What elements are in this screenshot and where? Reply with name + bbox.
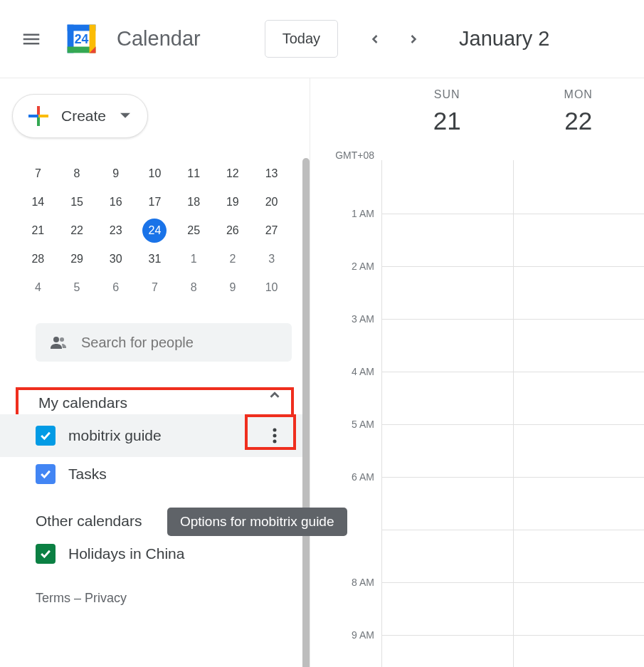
other-calendars-title: Other calendars bbox=[36, 513, 142, 530]
mini-cal-day[interactable]: 22 bbox=[58, 216, 97, 245]
calendar-item[interactable]: Tasks bbox=[0, 457, 310, 491]
mini-cal-day[interactable]: 17 bbox=[135, 188, 174, 216]
create-label: Create bbox=[61, 107, 106, 125]
mini-cal-day[interactable]: 26 bbox=[213, 216, 253, 245]
date-range-label: January 2 bbox=[459, 27, 549, 51]
mini-cal-day[interactable]: 29 bbox=[58, 245, 97, 273]
mini-cal-day[interactable]: 12 bbox=[213, 159, 253, 188]
search-people-input[interactable] bbox=[81, 335, 279, 351]
mini-cal-day[interactable]: 8 bbox=[174, 273, 213, 302]
calendar-checkbox[interactable] bbox=[36, 464, 56, 484]
mini-cal-day[interactable]: 13 bbox=[252, 159, 291, 188]
people-icon bbox=[48, 334, 68, 351]
time-slot[interactable] bbox=[381, 478, 513, 530]
app-title: Calendar bbox=[117, 27, 201, 51]
time-slot[interactable] bbox=[513, 478, 645, 530]
mini-cal-day[interactable]: 28 bbox=[19, 245, 58, 273]
hour-label: 5 AM bbox=[310, 419, 381, 471]
mini-cal-day[interactable]: 31 bbox=[135, 245, 174, 273]
time-slot[interactable] bbox=[381, 214, 513, 266]
calendar-item[interactable]: Holidays in China bbox=[0, 537, 310, 571]
calendar-logo-icon: 24 bbox=[63, 20, 100, 58]
mini-cal-day[interactable]: 1 bbox=[174, 245, 213, 273]
mini-cal-day[interactable]: 14 bbox=[19, 188, 58, 216]
three-dots-vertical-icon bbox=[273, 428, 277, 443]
calendar-checkbox[interactable] bbox=[36, 426, 56, 446]
options-tooltip: Options for mobitrix guide bbox=[167, 508, 347, 536]
time-slot[interactable] bbox=[513, 636, 645, 667]
hour-label: 8 AM bbox=[310, 577, 381, 629]
time-slot[interactable] bbox=[513, 372, 645, 424]
sidebar-scrollbar[interactable] bbox=[302, 158, 310, 667]
privacy-link[interactable]: Privacy bbox=[85, 591, 127, 605]
prev-period-button[interactable] bbox=[358, 22, 392, 56]
calendar-item[interactable]: mobitrix guide bbox=[0, 414, 310, 457]
time-slot[interactable] bbox=[381, 425, 513, 477]
svg-rect-10 bbox=[38, 115, 48, 117]
time-slot[interactable] bbox=[513, 583, 645, 635]
calendar-options-button[interactable] bbox=[257, 421, 292, 450]
svg-point-11 bbox=[53, 337, 59, 342]
mini-calendar: 7891011121314151617181920212223242526272… bbox=[0, 159, 310, 302]
calendar-label: Holidays in China bbox=[68, 545, 184, 562]
mini-cal-day[interactable]: 21 bbox=[19, 216, 58, 245]
search-people[interactable] bbox=[36, 323, 292, 362]
mini-cal-day[interactable]: 27 bbox=[252, 216, 291, 245]
svg-rect-7 bbox=[37, 106, 40, 116]
create-button[interactable]: Create bbox=[12, 94, 148, 138]
mini-cal-day[interactable]: 9 bbox=[213, 273, 253, 302]
time-slot[interactable] bbox=[381, 320, 513, 372]
time-slot[interactable] bbox=[513, 320, 645, 372]
mini-cal-day[interactable]: 8 bbox=[58, 159, 97, 188]
calendar-checkbox[interactable] bbox=[36, 544, 56, 564]
mini-cal-day[interactable]: 20 bbox=[252, 188, 291, 216]
mini-cal-day[interactable]: 9 bbox=[96, 159, 135, 188]
mini-cal-day[interactable]: 6 bbox=[96, 273, 135, 302]
svg-point-15 bbox=[273, 440, 277, 443]
mini-cal-day[interactable]: 25 bbox=[174, 216, 213, 245]
mini-cal-day[interactable]: 11 bbox=[174, 159, 213, 188]
time-slot[interactable] bbox=[513, 161, 645, 214]
time-slot[interactable] bbox=[381, 267, 513, 319]
terms-link[interactable]: Terms bbox=[36, 591, 70, 605]
time-slot[interactable] bbox=[381, 372, 513, 424]
mini-cal-day[interactable]: 3 bbox=[252, 245, 291, 273]
mini-cal-day[interactable]: 2 bbox=[213, 245, 253, 273]
time-slot[interactable] bbox=[513, 214, 645, 266]
mini-cal-day[interactable]: 16 bbox=[96, 188, 135, 216]
day-column-header[interactable]: MON22 bbox=[513, 78, 645, 161]
mini-cal-day[interactable]: 19 bbox=[213, 188, 253, 216]
day-name: MON bbox=[513, 88, 645, 101]
time-slot[interactable] bbox=[381, 636, 513, 667]
next-period-button[interactable] bbox=[396, 22, 431, 56]
mini-cal-day[interactable]: 15 bbox=[58, 188, 97, 216]
mini-cal-day[interactable]: 4 bbox=[19, 273, 58, 302]
svg-point-14 bbox=[273, 434, 277, 438]
time-slot[interactable] bbox=[513, 530, 645, 582]
chevron-up-icon[interactable] bbox=[267, 387, 283, 403]
mini-cal-day[interactable]: 7 bbox=[19, 159, 58, 188]
mini-cal-day[interactable]: 7 bbox=[135, 273, 174, 302]
main-menu-button[interactable] bbox=[14, 22, 48, 56]
mini-cal-day[interactable]: 5 bbox=[58, 273, 97, 302]
svg-rect-8 bbox=[37, 116, 40, 126]
mini-cal-day[interactable]: 30 bbox=[96, 245, 135, 273]
dropdown-triangle-icon bbox=[120, 111, 130, 121]
mini-cal-day[interactable]: 10 bbox=[135, 159, 174, 188]
time-slot[interactable] bbox=[513, 267, 645, 319]
hour-label bbox=[310, 155, 381, 208]
mini-cal-day[interactable]: 23 bbox=[96, 216, 135, 245]
day-column-header[interactable]: SUN21 bbox=[381, 78, 513, 161]
mini-cal-day[interactable]: 18 bbox=[174, 188, 213, 216]
today-button[interactable]: Today bbox=[265, 20, 338, 58]
time-slot[interactable] bbox=[381, 583, 513, 635]
footer-links: Terms – Privacy bbox=[0, 591, 310, 606]
time-slot[interactable] bbox=[381, 530, 513, 582]
time-slot[interactable] bbox=[381, 161, 513, 214]
check-icon bbox=[38, 547, 53, 561]
time-slot[interactable] bbox=[513, 425, 645, 477]
mini-cal-day[interactable]: 10 bbox=[252, 273, 291, 302]
hour-label: 9 AM bbox=[310, 629, 381, 667]
calendar-label: Tasks bbox=[68, 466, 107, 483]
mini-cal-day[interactable]: 24 bbox=[135, 216, 174, 245]
